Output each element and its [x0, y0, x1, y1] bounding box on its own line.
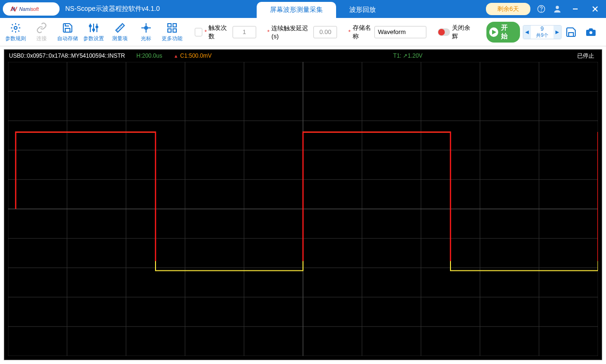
- svg-text:Namisoft: Namisoft: [19, 6, 40, 12]
- crosshair-icon: [140, 22, 152, 34]
- oscilloscope-display[interactable]: USB0::0x0957::0x17A8::MY54100594::INSTR …: [4, 49, 602, 360]
- svg-point-12: [93, 29, 95, 31]
- pager-next-button[interactable]: ▶: [554, 26, 561, 39]
- app-title: NS-Scope示波器程控软件v4.1.0: [65, 5, 160, 13]
- more-button[interactable]: 更多功能: [161, 20, 184, 44]
- trigger-count-input[interactable]: [233, 26, 256, 38]
- required-marker: *: [204, 28, 207, 35]
- grid-icon: [166, 22, 178, 34]
- svg-point-10: [89, 25, 91, 27]
- svg-rect-18: [168, 24, 171, 27]
- delay-input[interactable]: [313, 26, 337, 38]
- svg-point-4: [556, 6, 559, 9]
- pager-prev-button[interactable]: ◀: [523, 26, 531, 39]
- pager: ◀ 9共9个 ▶: [523, 25, 562, 39]
- pager-display: 9共9个: [531, 25, 554, 38]
- minimize-button[interactable]: [568, 2, 582, 16]
- svg-point-14: [96, 26, 98, 28]
- cursor-button[interactable]: 光标: [134, 20, 157, 44]
- connect-button[interactable]: 连接: [30, 20, 53, 44]
- afterglow-toggle[interactable]: [438, 28, 450, 36]
- user-icon[interactable]: [552, 4, 563, 14]
- tab-playback[interactable]: 波形回放: [336, 2, 389, 18]
- tab-capture[interactable]: 屏幕波形测量采集: [257, 2, 336, 18]
- screenshot-button[interactable]: [584, 26, 597, 39]
- trigger-count-checkbox[interactable]: [195, 28, 202, 36]
- start-button[interactable]: 开始: [486, 22, 520, 43]
- storage-label: 存储名称: [353, 24, 373, 41]
- timebase-readout: H:200.0us: [136, 52, 162, 59]
- ruler-icon: [114, 22, 126, 34]
- afterglow-label: 关闭余辉: [452, 24, 475, 41]
- device-address: USB0::0x0957::0x17A8::MY54100594::INSTR: [9, 52, 125, 59]
- params-rule-button[interactable]: 参数规则: [4, 20, 27, 44]
- sliders-icon: [88, 22, 99, 34]
- help-icon[interactable]: [536, 4, 546, 14]
- app-logo: NNamisoft: [3, 2, 60, 16]
- close-button[interactable]: [588, 2, 602, 16]
- svg-point-3: [541, 11, 542, 11]
- trial-badge[interactable]: 剩余6天: [486, 3, 530, 15]
- param-settings-button[interactable]: 参数设置: [82, 20, 105, 44]
- trigger-readout: T1: ↗1.20V: [393, 52, 423, 59]
- delay-label: 连续触发延迟(s): [271, 24, 312, 40]
- save-file-button[interactable]: [564, 26, 578, 39]
- link-icon: [36, 22, 47, 34]
- svg-point-8: [14, 26, 17, 29]
- play-icon: [489, 27, 498, 37]
- waveform-plot: [8, 62, 598, 356]
- required-marker: *: [267, 28, 269, 35]
- svg-rect-20: [168, 29, 171, 32]
- auto-save-button[interactable]: 自动存储: [56, 20, 79, 44]
- measure-button[interactable]: 测量项: [108, 20, 131, 44]
- run-status: 已停止: [577, 52, 597, 60]
- save-icon: [62, 22, 73, 34]
- svg-rect-21: [173, 29, 176, 32]
- svg-point-22: [589, 31, 592, 34]
- storage-name-input[interactable]: [374, 26, 426, 38]
- trigger-count-label: 触发次数: [208, 24, 230, 41]
- gear-icon: [10, 22, 21, 34]
- required-marker: *: [348, 28, 351, 35]
- channel-readout: C1:500.0mV: [173, 52, 212, 59]
- svg-rect-19: [173, 24, 176, 27]
